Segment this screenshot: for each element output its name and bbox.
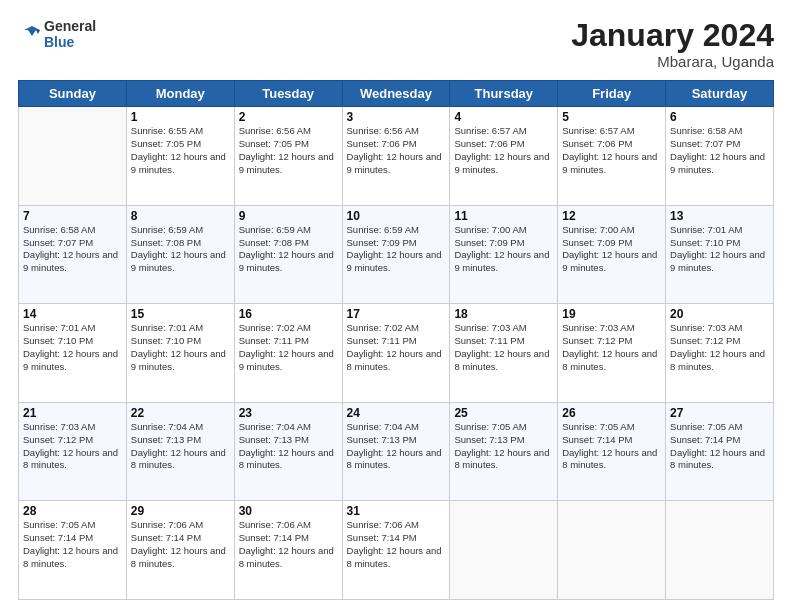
day-info: Sunrise: 7:04 AMSunset: 7:13 PMDaylight:… xyxy=(347,421,446,472)
calendar-cell: 9Sunrise: 6:59 AMSunset: 7:08 PMDaylight… xyxy=(234,205,342,304)
day-info: Sunrise: 7:04 AMSunset: 7:13 PMDaylight:… xyxy=(131,421,230,472)
calendar-cell: 4Sunrise: 6:57 AMSunset: 7:06 PMDaylight… xyxy=(450,107,558,206)
calendar-title: January 2024 xyxy=(571,18,774,53)
calendar-cell: 30Sunrise: 7:06 AMSunset: 7:14 PMDayligh… xyxy=(234,501,342,600)
day-number: 29 xyxy=(131,504,230,518)
calendar-cell: 13Sunrise: 7:01 AMSunset: 7:10 PMDayligh… xyxy=(666,205,774,304)
day-info: Sunrise: 7:00 AMSunset: 7:09 PMDaylight:… xyxy=(562,224,661,275)
calendar-cell xyxy=(450,501,558,600)
day-number: 19 xyxy=(562,307,661,321)
calendar-cell: 3Sunrise: 6:56 AMSunset: 7:06 PMDaylight… xyxy=(342,107,450,206)
calendar-cell xyxy=(666,501,774,600)
calendar-cell: 5Sunrise: 6:57 AMSunset: 7:06 PMDaylight… xyxy=(558,107,666,206)
day-info: Sunrise: 7:02 AMSunset: 7:11 PMDaylight:… xyxy=(239,322,338,373)
calendar-cell xyxy=(19,107,127,206)
svg-marker-1 xyxy=(36,30,40,34)
day-info: Sunrise: 6:56 AMSunset: 7:06 PMDaylight:… xyxy=(347,125,446,176)
calendar-cell: 1Sunrise: 6:55 AMSunset: 7:05 PMDaylight… xyxy=(126,107,234,206)
day-number: 24 xyxy=(347,406,446,420)
day-info: Sunrise: 7:01 AMSunset: 7:10 PMDaylight:… xyxy=(23,322,122,373)
logo-bird-icon xyxy=(18,22,42,46)
day-info: Sunrise: 7:03 AMSunset: 7:12 PMDaylight:… xyxy=(562,322,661,373)
day-info: Sunrise: 6:59 AMSunset: 7:08 PMDaylight:… xyxy=(239,224,338,275)
logo-text-general: General xyxy=(44,18,96,34)
day-number: 6 xyxy=(670,110,769,124)
day-number: 30 xyxy=(239,504,338,518)
day-number: 23 xyxy=(239,406,338,420)
logo-text-blue: Blue xyxy=(44,34,96,50)
day-info: Sunrise: 6:57 AMSunset: 7:06 PMDaylight:… xyxy=(562,125,661,176)
day-info: Sunrise: 7:06 AMSunset: 7:14 PMDaylight:… xyxy=(131,519,230,570)
day-info: Sunrise: 6:58 AMSunset: 7:07 PMDaylight:… xyxy=(23,224,122,275)
day-number: 27 xyxy=(670,406,769,420)
calendar-table: Sunday Monday Tuesday Wednesday Thursday… xyxy=(18,80,774,600)
header-sunday: Sunday xyxy=(19,81,127,107)
day-number: 20 xyxy=(670,307,769,321)
calendar-cell: 29Sunrise: 7:06 AMSunset: 7:14 PMDayligh… xyxy=(126,501,234,600)
week-row-1: 1Sunrise: 6:55 AMSunset: 7:05 PMDaylight… xyxy=(19,107,774,206)
header: General Blue January 2024 Mbarara, Ugand… xyxy=(18,18,774,70)
day-info: Sunrise: 7:05 AMSunset: 7:14 PMDaylight:… xyxy=(23,519,122,570)
calendar-cell: 26Sunrise: 7:05 AMSunset: 7:14 PMDayligh… xyxy=(558,402,666,501)
day-number: 1 xyxy=(131,110,230,124)
week-row-2: 7Sunrise: 6:58 AMSunset: 7:07 PMDaylight… xyxy=(19,205,774,304)
calendar-cell: 27Sunrise: 7:05 AMSunset: 7:14 PMDayligh… xyxy=(666,402,774,501)
calendar-cell: 19Sunrise: 7:03 AMSunset: 7:12 PMDayligh… xyxy=(558,304,666,403)
calendar-cell: 11Sunrise: 7:00 AMSunset: 7:09 PMDayligh… xyxy=(450,205,558,304)
header-thursday: Thursday xyxy=(450,81,558,107)
logo: General Blue xyxy=(18,18,96,50)
calendar-cell: 20Sunrise: 7:03 AMSunset: 7:12 PMDayligh… xyxy=(666,304,774,403)
day-number: 3 xyxy=(347,110,446,124)
day-number: 25 xyxy=(454,406,553,420)
calendar-cell: 12Sunrise: 7:00 AMSunset: 7:09 PMDayligh… xyxy=(558,205,666,304)
day-number: 10 xyxy=(347,209,446,223)
calendar-cell: 7Sunrise: 6:58 AMSunset: 7:07 PMDaylight… xyxy=(19,205,127,304)
day-info: Sunrise: 6:59 AMSunset: 7:09 PMDaylight:… xyxy=(347,224,446,275)
calendar-cell: 8Sunrise: 6:59 AMSunset: 7:08 PMDaylight… xyxy=(126,205,234,304)
calendar-cell: 28Sunrise: 7:05 AMSunset: 7:14 PMDayligh… xyxy=(19,501,127,600)
calendar-cell: 24Sunrise: 7:04 AMSunset: 7:13 PMDayligh… xyxy=(342,402,450,501)
day-number: 9 xyxy=(239,209,338,223)
day-info: Sunrise: 6:57 AMSunset: 7:06 PMDaylight:… xyxy=(454,125,553,176)
day-number: 31 xyxy=(347,504,446,518)
calendar-cell: 14Sunrise: 7:01 AMSunset: 7:10 PMDayligh… xyxy=(19,304,127,403)
week-row-4: 21Sunrise: 7:03 AMSunset: 7:12 PMDayligh… xyxy=(19,402,774,501)
calendar-cell: 18Sunrise: 7:03 AMSunset: 7:11 PMDayligh… xyxy=(450,304,558,403)
day-info: Sunrise: 7:06 AMSunset: 7:14 PMDaylight:… xyxy=(347,519,446,570)
day-info: Sunrise: 7:03 AMSunset: 7:12 PMDaylight:… xyxy=(670,322,769,373)
day-number: 13 xyxy=(670,209,769,223)
calendar-cell: 15Sunrise: 7:01 AMSunset: 7:10 PMDayligh… xyxy=(126,304,234,403)
header-wednesday: Wednesday xyxy=(342,81,450,107)
calendar-cell: 10Sunrise: 6:59 AMSunset: 7:09 PMDayligh… xyxy=(342,205,450,304)
day-info: Sunrise: 6:59 AMSunset: 7:08 PMDaylight:… xyxy=(131,224,230,275)
header-saturday: Saturday xyxy=(666,81,774,107)
day-info: Sunrise: 6:58 AMSunset: 7:07 PMDaylight:… xyxy=(670,125,769,176)
calendar-cell: 21Sunrise: 7:03 AMSunset: 7:12 PMDayligh… xyxy=(19,402,127,501)
day-info: Sunrise: 7:00 AMSunset: 7:09 PMDaylight:… xyxy=(454,224,553,275)
day-info: Sunrise: 7:04 AMSunset: 7:13 PMDaylight:… xyxy=(239,421,338,472)
calendar-cell: 22Sunrise: 7:04 AMSunset: 7:13 PMDayligh… xyxy=(126,402,234,501)
calendar-cell: 17Sunrise: 7:02 AMSunset: 7:11 PMDayligh… xyxy=(342,304,450,403)
calendar-cell: 6Sunrise: 6:58 AMSunset: 7:07 PMDaylight… xyxy=(666,107,774,206)
day-info: Sunrise: 7:06 AMSunset: 7:14 PMDaylight:… xyxy=(239,519,338,570)
day-number: 17 xyxy=(347,307,446,321)
header-friday: Friday xyxy=(558,81,666,107)
day-number: 5 xyxy=(562,110,661,124)
day-number: 8 xyxy=(131,209,230,223)
calendar-cell xyxy=(558,501,666,600)
calendar-cell: 23Sunrise: 7:04 AMSunset: 7:13 PMDayligh… xyxy=(234,402,342,501)
day-info: Sunrise: 7:05 AMSunset: 7:14 PMDaylight:… xyxy=(562,421,661,472)
day-info: Sunrise: 7:02 AMSunset: 7:11 PMDaylight:… xyxy=(347,322,446,373)
weekday-header-row: Sunday Monday Tuesday Wednesday Thursday… xyxy=(19,81,774,107)
day-info: Sunrise: 7:01 AMSunset: 7:10 PMDaylight:… xyxy=(131,322,230,373)
day-number: 4 xyxy=(454,110,553,124)
day-number: 12 xyxy=(562,209,661,223)
day-number: 28 xyxy=(23,504,122,518)
day-number: 26 xyxy=(562,406,661,420)
day-info: Sunrise: 7:03 AMSunset: 7:11 PMDaylight:… xyxy=(454,322,553,373)
day-info: Sunrise: 7:05 AMSunset: 7:13 PMDaylight:… xyxy=(454,421,553,472)
calendar-subtitle: Mbarara, Uganda xyxy=(571,53,774,70)
day-info: Sunrise: 6:55 AMSunset: 7:05 PMDaylight:… xyxy=(131,125,230,176)
day-number: 21 xyxy=(23,406,122,420)
calendar-cell: 31Sunrise: 7:06 AMSunset: 7:14 PMDayligh… xyxy=(342,501,450,600)
